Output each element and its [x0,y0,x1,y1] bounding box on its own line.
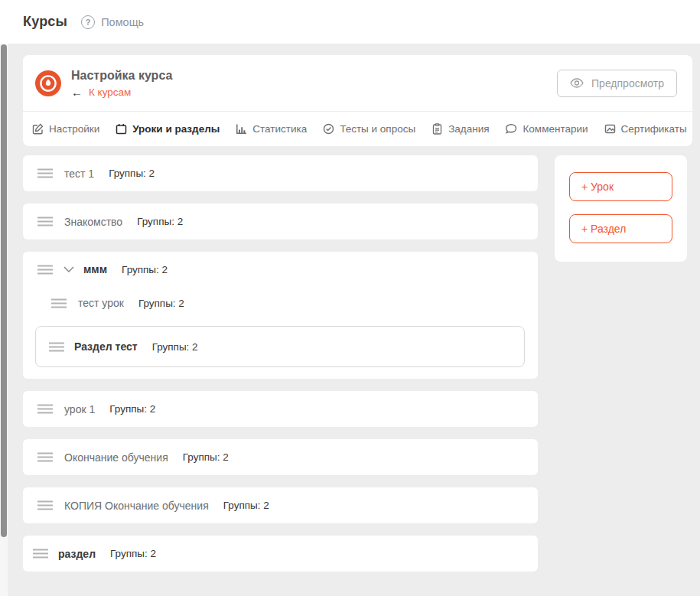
lesson-row[interactable]: тест 1 Группы: 2 [23,155,538,191]
groups-badge: Группы: 2 [138,298,184,309]
course-tabs: Настройки Уроки и разделы Статистика [23,111,692,146]
drag-handle-icon[interactable] [50,298,67,308]
tab-label: Настройки [49,123,99,135]
tab-label: Сертификаты [621,123,687,135]
scrollbar-thumb[interactable] [1,44,7,537]
lesson-title: тест 1 [64,168,94,180]
drag-handle-icon[interactable] [32,549,49,559]
tab-label: Тесты и опросы [340,123,415,135]
drag-handle-icon[interactable] [37,168,54,178]
topbar: Курсы ? Помощь [0,0,700,44]
section-title: Раздел тест [74,340,138,353]
page-title: Курсы [23,14,67,30]
tab-label: Комментарии [523,123,588,135]
image-icon [604,123,616,135]
tab-label: Задания [448,123,489,135]
tab-lessons-sections[interactable]: Уроки и разделы [116,123,220,135]
preview-button[interactable]: Предпросмотр [557,70,677,97]
content-container: Настройка курса ← К курсам Предпросмотр [23,44,692,584]
lesson-title: Знакомство [64,216,122,228]
chat-icon [505,123,517,135]
group-row-expanded: ммм Группы: 2 тест урок Группы: 2 [23,252,538,379]
edit-icon [32,123,44,135]
groups-badge: Группы: 2 [109,403,155,415]
tab-label: Уроки и разделы [132,123,220,135]
lesson-title: тест урок [78,297,124,309]
course-head: Настройка курса ← К курсам Предпросмотр [23,55,692,111]
groups-badge: Группы: 2 [110,548,156,559]
chart-icon [236,123,247,135]
groups-badge: Группы: 2 [109,168,155,179]
group-header[interactable]: ммм Группы: 2 [37,263,525,275]
calendar-icon [116,123,127,135]
drag-handle-icon[interactable] [37,217,54,226]
nested-lesson-row[interactable]: тест урок Группы: 2 [50,297,525,309]
groups-badge: Группы: 2 [122,264,168,275]
chevron-down-icon[interactable] [63,266,74,272]
course-title: Настройка курса [71,69,557,83]
groups-badge: Группы: 2 [137,216,183,227]
back-to-courses-link[interactable]: ← К курсам [71,86,557,98]
help-icon: ? [81,15,95,29]
group-title: ммм [83,263,107,275]
tab-statistics[interactable]: Статистика [236,123,307,135]
tab-tests-surveys[interactable]: Тесты и опросы [323,123,415,135]
drag-handle-icon[interactable] [48,342,65,352]
content-row: тест 1 Группы: 2 Знакомство Группы: 2 [23,155,692,584]
drag-handle-icon[interactable] [37,452,54,462]
help-button[interactable]: ? Помощь [81,15,144,29]
drag-handle-icon[interactable] [37,265,54,275]
tab-comments[interactable]: Комментарии [505,123,588,135]
drag-handle-icon[interactable] [37,404,54,414]
lesson-title: урок 1 [64,403,95,415]
lesson-row[interactable]: КОПИЯ Окончание обучения Группы: 2 [23,487,538,523]
course-meta: Настройка курса ← К курсам [71,69,557,98]
tab-settings[interactable]: Настройки [32,123,99,135]
back-link-label: К курсам [89,86,131,98]
arrow-left-icon: ← [71,86,83,98]
drag-handle-icon[interactable] [37,500,54,510]
course-header-card: Настройка курса ← К курсам Предпросмотр [23,55,692,146]
preview-label: Предпросмотр [591,77,664,90]
lesson-row[interactable]: Окончание обучения Группы: 2 [23,439,538,475]
course-logo-icon [35,70,61,96]
nested-section-row[interactable]: Раздел тест Группы: 2 [35,326,525,367]
main-area: Настройка курса ← К курсам Предпросмотр [0,44,700,596]
help-label: Помощь [101,16,144,28]
add-section-button[interactable]: + Раздел [569,214,672,243]
lesson-title: Окончание обучения [64,451,168,464]
tab-assignments[interactable]: Задания [431,123,489,135]
side-actions-panel: + Урок + Раздел [555,155,687,262]
eye-icon [570,78,584,88]
groups-badge: Группы: 2 [223,500,269,511]
section-title: раздел [58,548,96,560]
lesson-row[interactable]: Знакомство Группы: 2 [23,204,538,239]
check-circle-icon [323,123,334,135]
section-row[interactable]: раздел Группы: 2 [23,536,538,572]
lesson-row[interactable]: урок 1 Группы: 2 [23,391,538,427]
tab-certificates[interactable]: Сертификаты [604,123,687,135]
add-lesson-button[interactable]: + Урок [569,172,672,201]
clipboard-icon [431,123,443,135]
groups-badge: Группы: 2 [183,451,229,463]
scrollbar-track[interactable] [0,44,8,596]
lesson-list: тест 1 Группы: 2 Знакомство Группы: 2 [23,155,538,584]
tab-label: Статистика [252,123,307,135]
groups-badge: Группы: 2 [152,341,198,353]
lesson-title: КОПИЯ Окончание обучения [64,500,209,512]
